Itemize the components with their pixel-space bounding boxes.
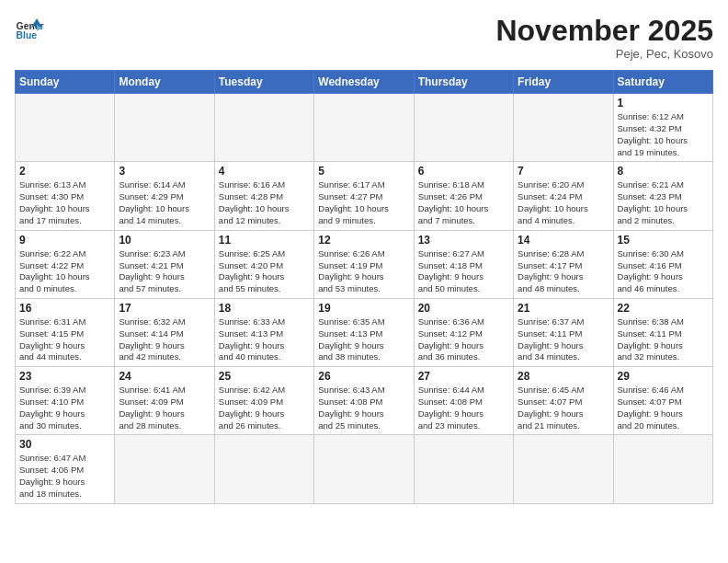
calendar-day-cell: 18Sunrise: 6:33 AM Sunset: 4:13 PM Dayli… [214,298,313,366]
calendar-header-thursday: Thursday [414,71,513,94]
calendar-day-cell [414,94,513,162]
day-info: Sunrise: 6:16 AM Sunset: 4:28 PM Dayligh… [219,179,310,226]
calendar-day-cell: 20Sunrise: 6:36 AM Sunset: 4:12 PM Dayli… [414,298,513,366]
day-info: Sunrise: 6:26 AM Sunset: 4:19 PM Dayligh… [318,248,409,295]
day-info: Sunrise: 6:35 AM Sunset: 4:13 PM Dayligh… [318,316,409,363]
calendar-day-cell: 16Sunrise: 6:31 AM Sunset: 4:15 PM Dayli… [16,298,115,366]
day-info: Sunrise: 6:13 AM Sunset: 4:30 PM Dayligh… [19,179,110,226]
calendar-day-cell: 15Sunrise: 6:30 AM Sunset: 4:16 PM Dayli… [613,230,712,298]
calendar-day-cell: 19Sunrise: 6:35 AM Sunset: 4:13 PM Dayli… [314,298,414,366]
calendar-day-cell [314,94,414,162]
day-number: 6 [418,165,509,178]
calendar-day-cell: 14Sunrise: 6:28 AM Sunset: 4:17 PM Dayli… [514,230,613,298]
day-info: Sunrise: 6:33 AM Sunset: 4:13 PM Dayligh… [219,316,310,363]
calendar-table: SundayMondayTuesdayWednesdayThursdayFrid… [15,70,713,504]
day-info: Sunrise: 6:43 AM Sunset: 4:08 PM Dayligh… [318,385,409,431]
calendar-day-cell: 12Sunrise: 6:26 AM Sunset: 4:19 PM Dayli… [314,230,414,298]
day-number: 10 [119,234,210,247]
day-info: Sunrise: 6:38 AM Sunset: 4:11 PM Dayligh… [618,316,709,363]
day-info: Sunrise: 6:18 AM Sunset: 4:26 PM Dayligh… [418,179,509,226]
day-number: 5 [318,165,409,178]
day-info: Sunrise: 6:14 AM Sunset: 4:29 PM Dayligh… [119,179,210,226]
day-number: 18 [219,302,310,315]
day-info: Sunrise: 6:46 AM Sunset: 4:07 PM Dayligh… [618,385,709,431]
day-number: 15 [618,234,709,247]
calendar-day-cell [16,94,115,162]
day-info: Sunrise: 6:20 AM Sunset: 4:24 PM Dayligh… [518,179,609,226]
day-number: 20 [418,302,509,315]
day-info: Sunrise: 6:21 AM Sunset: 4:23 PM Dayligh… [618,179,709,226]
day-number: 7 [518,165,609,178]
day-number: 30 [19,438,110,451]
day-number: 3 [119,165,210,178]
calendar-day-cell: 3Sunrise: 6:14 AM Sunset: 4:29 PM Daylig… [115,162,214,230]
calendar-header-sunday: Sunday [16,71,115,94]
calendar-day-cell: 25Sunrise: 6:42 AM Sunset: 4:09 PM Dayli… [214,367,313,435]
calendar-week-row: 16Sunrise: 6:31 AM Sunset: 4:15 PM Dayli… [16,298,713,366]
day-info: Sunrise: 6:17 AM Sunset: 4:27 PM Dayligh… [318,179,409,226]
calendar-header-monday: Monday [115,71,214,94]
calendar-day-cell: 10Sunrise: 6:23 AM Sunset: 4:21 PM Dayli… [115,230,214,298]
day-info: Sunrise: 6:22 AM Sunset: 4:22 PM Dayligh… [19,248,110,295]
day-info: Sunrise: 6:39 AM Sunset: 4:10 PM Dayligh… [19,385,110,431]
calendar-day-cell: 22Sunrise: 6:38 AM Sunset: 4:11 PM Dayli… [613,298,712,366]
day-info: Sunrise: 6:30 AM Sunset: 4:16 PM Dayligh… [618,248,709,295]
day-number: 25 [219,370,310,383]
day-number: 11 [219,234,310,247]
day-info: Sunrise: 6:44 AM Sunset: 4:08 PM Dayligh… [418,385,509,431]
day-info: Sunrise: 6:36 AM Sunset: 4:12 PM Dayligh… [418,316,509,363]
calendar-day-cell: 1Sunrise: 6:12 AM Sunset: 4:32 PM Daylig… [613,94,712,162]
calendar-day-cell: 30Sunrise: 6:47 AM Sunset: 4:06 PM Dayli… [16,435,115,503]
calendar-day-cell: 23Sunrise: 6:39 AM Sunset: 4:10 PM Dayli… [16,367,115,435]
day-info: Sunrise: 6:47 AM Sunset: 4:06 PM Dayligh… [19,453,110,500]
calendar-day-cell [613,435,712,503]
day-number: 24 [119,370,210,383]
day-info: Sunrise: 6:12 AM Sunset: 4:32 PM Dayligh… [618,111,709,158]
logo-icon: General Blue [15,15,44,44]
calendar-day-cell: 11Sunrise: 6:25 AM Sunset: 4:20 PM Dayli… [214,230,313,298]
calendar-day-cell: 6Sunrise: 6:18 AM Sunset: 4:26 PM Daylig… [414,162,513,230]
calendar-day-cell [514,435,613,503]
day-number: 19 [318,302,409,315]
calendar-header-tuesday: Tuesday [214,71,313,94]
day-info: Sunrise: 6:31 AM Sunset: 4:15 PM Dayligh… [19,316,110,363]
calendar-day-cell [314,435,414,503]
day-info: Sunrise: 6:27 AM Sunset: 4:18 PM Dayligh… [418,248,509,295]
logo: General Blue [15,15,44,44]
day-info: Sunrise: 6:45 AM Sunset: 4:07 PM Dayligh… [518,385,609,431]
day-info: Sunrise: 6:37 AM Sunset: 4:11 PM Dayligh… [518,316,609,363]
day-number: 29 [618,370,709,383]
day-info: Sunrise: 6:28 AM Sunset: 4:17 PM Dayligh… [518,248,609,295]
day-number: 28 [518,370,609,383]
month-title: November 2025 [495,15,713,47]
subtitle: Peje, Pec, Kosovo [495,47,713,61]
day-number: 13 [418,234,509,247]
calendar-week-row: 9Sunrise: 6:22 AM Sunset: 4:22 PM Daylig… [16,230,713,298]
calendar-day-cell [214,94,313,162]
day-number: 17 [119,302,210,315]
calendar-day-cell: 7Sunrise: 6:20 AM Sunset: 4:24 PM Daylig… [514,162,613,230]
title-block: November 2025 Peje, Pec, Kosovo [495,15,713,61]
calendar-week-row: 1Sunrise: 6:12 AM Sunset: 4:32 PM Daylig… [16,94,713,162]
calendar-day-cell: 9Sunrise: 6:22 AM Sunset: 4:22 PM Daylig… [16,230,115,298]
svg-text:Blue: Blue [17,30,38,40]
day-number: 23 [19,370,110,383]
calendar-week-row: 2Sunrise: 6:13 AM Sunset: 4:30 PM Daylig… [16,162,713,230]
calendar-week-row: 30Sunrise: 6:47 AM Sunset: 4:06 PM Dayli… [16,435,713,503]
calendar-day-cell [115,435,214,503]
day-number: 27 [418,370,509,383]
calendar-day-cell: 4Sunrise: 6:16 AM Sunset: 4:28 PM Daylig… [214,162,313,230]
calendar-day-cell: 26Sunrise: 6:43 AM Sunset: 4:08 PM Dayli… [314,367,414,435]
calendar-day-cell [115,94,214,162]
calendar-day-cell: 13Sunrise: 6:27 AM Sunset: 4:18 PM Dayli… [414,230,513,298]
day-info: Sunrise: 6:25 AM Sunset: 4:20 PM Dayligh… [219,248,310,295]
header: General Blue November 2025 Peje, Pec, Ko… [15,15,713,61]
calendar-day-cell [514,94,613,162]
calendar-day-cell: 8Sunrise: 6:21 AM Sunset: 4:23 PM Daylig… [613,162,712,230]
calendar-day-cell: 5Sunrise: 6:17 AM Sunset: 4:27 PM Daylig… [314,162,414,230]
calendar-day-cell: 21Sunrise: 6:37 AM Sunset: 4:11 PM Dayli… [514,298,613,366]
calendar-week-row: 23Sunrise: 6:39 AM Sunset: 4:10 PM Dayli… [16,367,713,435]
calendar-day-cell: 2Sunrise: 6:13 AM Sunset: 4:30 PM Daylig… [16,162,115,230]
day-number: 26 [318,370,409,383]
calendar-header-wednesday: Wednesday [314,71,414,94]
